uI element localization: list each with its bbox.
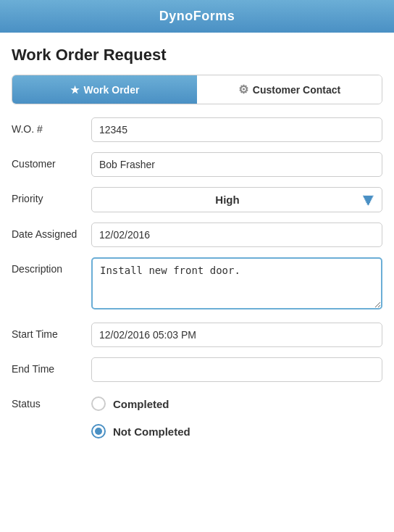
wo-number-input[interactable] [91, 117, 382, 142]
gear-icon: ⚙ [238, 83, 248, 96]
status-field: Completed Not Completed [91, 392, 382, 443]
end-time-label: End Time [12, 357, 91, 375]
tab-customer-contact-label: Customer Contact [253, 84, 340, 96]
status-not-completed-option[interactable]: Not Completed [91, 420, 382, 443]
wo-number-row: W.O. # [12, 117, 382, 142]
status-radio-group: Completed Not Completed [91, 392, 382, 443]
end-time-field [91, 357, 382, 382]
customer-field [91, 152, 382, 177]
status-label: Status [12, 392, 91, 410]
start-time-label: Start Time [12, 323, 91, 340]
start-time-input[interactable] [91, 323, 382, 347]
status-completed-option[interactable]: Completed [91, 392, 382, 415]
end-time-row: End Time [12, 357, 382, 382]
priority-select-wrapper: Low Medium High Critical ⯆ [91, 187, 382, 212]
tab-customer-contact[interactable]: ⚙ Customer Contact [197, 75, 382, 104]
description-label: Description [12, 257, 91, 275]
status-row: Status Completed Not Completed [12, 392, 382, 443]
date-assigned-field [91, 223, 382, 247]
status-not-completed-label: Not Completed [113, 425, 190, 438]
description-row: Description Install new front door. [12, 257, 382, 312]
priority-row: Priority Low Medium High Critical ⯆ [12, 187, 382, 212]
end-time-input[interactable] [91, 357, 382, 382]
status-completed-radio[interactable] [91, 396, 106, 411]
app-title: DynoForms [159, 9, 235, 23]
customer-row: Customer [12, 152, 382, 177]
tab-work-order-label: Work Order [84, 84, 140, 96]
start-time-row: Start Time [12, 323, 382, 347]
status-not-completed-radio[interactable] [91, 424, 106, 439]
customer-label: Customer [12, 152, 91, 170]
date-assigned-label: Date Assigned [12, 223, 91, 240]
date-assigned-input[interactable] [91, 223, 382, 247]
tab-bar: ★ Work Order ⚙ Customer Contact [12, 75, 382, 104]
customer-input[interactable] [91, 152, 382, 177]
page-title: Work Order Request [12, 46, 382, 65]
status-completed-label: Completed [113, 398, 169, 410]
page-content: Work Order Request ★ Work Order ⚙ Custom… [0, 33, 394, 532]
wo-number-field [91, 117, 382, 142]
priority-field: Low Medium High Critical ⯆ [91, 187, 382, 212]
wo-number-label: W.O. # [12, 117, 91, 135]
description-textarea[interactable]: Install new front door. [91, 257, 382, 309]
tab-work-order[interactable]: ★ Work Order [12, 75, 197, 104]
star-icon: ★ [70, 84, 80, 96]
date-assigned-row: Date Assigned [12, 223, 382, 247]
app-header: DynoForms [0, 0, 394, 33]
description-field: Install new front door. [91, 257, 382, 312]
priority-select[interactable]: Low Medium High Critical [91, 187, 382, 212]
priority-label: Priority [12, 187, 91, 204]
start-time-field [91, 323, 382, 347]
